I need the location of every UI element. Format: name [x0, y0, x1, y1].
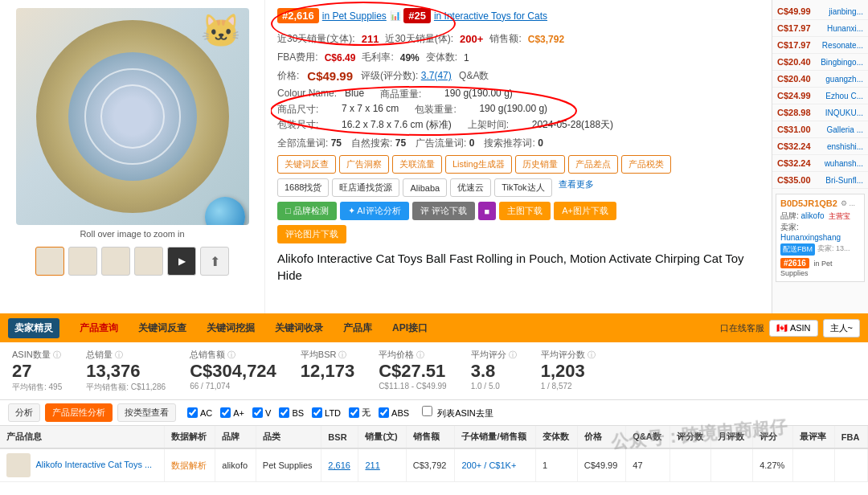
- sidebar-price-4: C$20.40: [777, 74, 811, 84]
- action-buttons-row: □ 品牌检测 ✦ AI评论分析 评 评论下载 ■ 主图下载 A+图片下载: [277, 202, 760, 220]
- thumbnail-3[interactable]: [101, 247, 130, 276]
- thumbnail-video[interactable]: ▶: [167, 247, 196, 276]
- checkbox-item-abs[interactable]: ABS: [379, 407, 409, 418]
- fba-label: FBA费用:: [277, 51, 318, 64]
- tag-related-flow[interactable]: 关联流量: [392, 155, 442, 174]
- nav-logo[interactable]: 卖家精灵: [8, 318, 59, 338]
- zoom-hint: Roll over image to zoom in: [80, 229, 184, 239]
- rank-badge-2: #25 in Interactive Toys for Cats: [403, 8, 547, 23]
- checkbox-item-无[interactable]: 无: [349, 407, 371, 419]
- main-image-download-btn[interactable]: 主图下载: [499, 202, 551, 220]
- checkbox-无[interactable]: [349, 407, 359, 418]
- tag-history-sales[interactable]: 历史销量: [515, 155, 565, 174]
- brand-check-btn[interactable]: □ 品牌检测: [277, 202, 337, 220]
- size-val: 7 x 7 x 16 cm: [342, 103, 399, 117]
- sidebar-item-3[interactable]: C$20.40Bingbingo...: [772, 54, 868, 71]
- stat-sub-4: C$11.18 - C$49.99: [379, 382, 447, 391]
- ai-analysis-btn[interactable]: ✦ AI评论分析: [340, 202, 409, 220]
- tag-tiktok[interactable]: TikTok达人: [494, 178, 551, 197]
- checkbox-item-a+[interactable]: A+: [220, 407, 244, 418]
- thumbnail-4[interactable]: [134, 247, 163, 276]
- stat-title-6: 平均评分数 ⓘ: [541, 349, 596, 361]
- checkbox-ltd[interactable]: [312, 407, 322, 418]
- sales-30day-body-val: 200+: [460, 33, 483, 45]
- nav-item-keyword-check[interactable]: 关键词反查: [130, 318, 194, 338]
- nav-item-product-query[interactable]: 产品查询: [72, 318, 126, 338]
- main-account-btn[interactable]: 主人~: [823, 319, 860, 338]
- nav-item-product-lib[interactable]: 产品库: [335, 318, 380, 338]
- nav-item-api[interactable]: API接口: [384, 318, 436, 338]
- sidebar-item-1[interactable]: C$17.97Hunanxi...: [772, 20, 868, 37]
- flow-total-label: 全部流量词:: [277, 137, 328, 149]
- filter-tab-analysis[interactable]: 分析: [8, 403, 40, 422]
- nav-item-keyword-record[interactable]: 关键词收录: [267, 318, 331, 338]
- flow-suggest-val: 0: [538, 137, 543, 149]
- flow-section: 全部流量词: 75 自然搜索: 75 广告流量词: 0 搜索推荐词: 0: [277, 137, 760, 150]
- tag-wangdian[interactable]: 旺店通找货源: [332, 178, 399, 197]
- main-container: 🐱 Roll over image to zoom in ▶ ⬆ #2,616 …: [0, 0, 868, 495]
- toy-ball: [205, 197, 245, 225]
- thumbnail-upload[interactable]: ⬆: [200, 247, 229, 276]
- sidebar-item-2[interactable]: C$17.97Resonate...: [772, 37, 868, 54]
- filter-tab-by-type[interactable]: 按类型查看: [117, 403, 176, 422]
- thumbnail-2[interactable]: [68, 247, 97, 276]
- asin-list-checkbox[interactable]: [422, 406, 432, 416]
- th-7: 子体销量/销售额: [455, 426, 535, 448]
- rank-badge-1: #2,616 in Pet Supplies 📊: [277, 8, 401, 23]
- tag-ad-insight[interactable]: 广告洞察: [339, 155, 389, 174]
- product-name-0[interactable]: Alikofo Interactive Cat Toys ...: [35, 460, 152, 469]
- checkbox-ac[interactable]: [187, 407, 198, 418]
- th-4: BSR: [321, 426, 358, 448]
- review-image-download-btn[interactable]: 评论图片下载: [277, 225, 346, 243]
- price-row: 价格: C$49.99 评级(评分数): 3.7(47) Q&A数: [277, 69, 760, 83]
- view-more-link[interactable]: 查看更多: [559, 178, 594, 197]
- filter-tabs: 分析 产品层性分析 按类型查看 ACA+VBSLTD无ABS 列表ASIN去里: [0, 400, 868, 426]
- square-btn[interactable]: ■: [478, 202, 497, 220]
- sales-30day-text-val: 211: [362, 33, 379, 45]
- price-label: 价格:: [277, 69, 299, 83]
- rank-category-2[interactable]: in Interactive Toys for Cats: [434, 10, 547, 22]
- tag-yousuiyun[interactable]: 优速云: [450, 178, 491, 197]
- tag-listing-gen[interactable]: Listing生成器: [445, 155, 512, 174]
- color-attr-row: Colour Name: Blue 商品重量: 190 g(190.00 g): [277, 88, 760, 101]
- asin-list-label[interactable]: 列表ASIN去里: [422, 406, 493, 419]
- checkbox-item-ac[interactable]: AC: [187, 407, 212, 418]
- checkbox-abs[interactable]: [379, 407, 389, 418]
- checkbox-v[interactable]: [252, 407, 263, 418]
- checkbox-item-v[interactable]: V: [252, 407, 271, 418]
- td-revenue-0: C$3,792: [406, 448, 455, 482]
- review-download-btn[interactable]: 评 评论下载: [412, 202, 475, 220]
- sidebar-item-9[interactable]: C$32.24wuhansh...: [772, 155, 868, 172]
- toy-inner: [68, 52, 197, 181]
- td-rating-0: 4.27%: [753, 448, 793, 482]
- price-val: C$49.99: [307, 69, 353, 83]
- tag-keywords[interactable]: 关键词反查: [277, 155, 336, 174]
- sidebar-seller-4: guangzh...: [825, 75, 863, 84]
- nav-bar: 卖家精灵 产品查询 关键词反查 关键词挖掘 关键词收录 产品库 API接口 口在…: [0, 313, 868, 342]
- listing-date-val: 2024-05-28(188天): [532, 118, 613, 132]
- tag-product-diff[interactable]: 产品差点: [568, 155, 618, 174]
- checkbox-bs[interactable]: [279, 407, 289, 418]
- checkbox-item-bs[interactable]: BS: [279, 407, 304, 418]
- nav-item-keyword-mine[interactable]: 关键词挖掘: [199, 318, 263, 338]
- sidebar-item-7[interactable]: C$31.00Galleria ...: [772, 121, 868, 138]
- rating-val[interactable]: 3.7(47): [421, 70, 452, 81]
- asin-btn[interactable]: 🇨🇦 ASIN: [769, 320, 817, 337]
- sidebar-item-5[interactable]: C$24.99Ezhou C...: [772, 88, 868, 104]
- tag-alibaba[interactable]: Alibaba: [403, 178, 447, 197]
- aplus-download-btn[interactable]: A+图片下载: [554, 202, 616, 220]
- sidebar-item-0[interactable]: C$49.99jianbing...: [772, 3, 868, 20]
- sidebar-item-8[interactable]: C$32.24enshishi...: [772, 138, 868, 155]
- sidebar-item-10[interactable]: C$35.00Bri-Sunfl...: [772, 172, 868, 189]
- stat-val-4: C$27.51: [379, 361, 447, 382]
- rank-category-1[interactable]: in Pet Supplies: [322, 10, 387, 22]
- thumbnail-1[interactable]: [35, 247, 64, 276]
- checkbox-item-ltd[interactable]: LTD: [312, 407, 341, 418]
- sidebar-item-6[interactable]: C$28.98INQUKU...: [772, 104, 868, 121]
- filter-tab-product-layer[interactable]: 产品层性分析: [45, 403, 113, 422]
- tag-1688[interactable]: 1688找货: [277, 178, 329, 197]
- checkbox-a+[interactable]: [220, 407, 231, 418]
- tag-product-tax[interactable]: 产品税类: [621, 155, 671, 174]
- online-service-link[interactable]: 口在线客服: [720, 322, 764, 334]
- sidebar-item-4[interactable]: C$20.40guangzh...: [772, 71, 868, 88]
